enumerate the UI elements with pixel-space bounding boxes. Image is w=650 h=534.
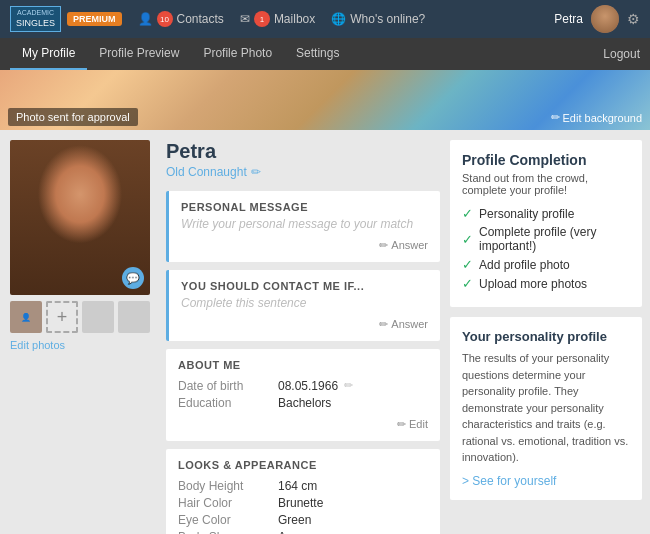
- contacts-label: Contacts: [177, 12, 224, 26]
- personality-description: The results of your personality question…: [462, 350, 630, 466]
- tab-my-profile[interactable]: My Profile: [10, 38, 87, 70]
- check-icon-1: ✓: [462, 206, 473, 221]
- brand-line2: SINGLES: [16, 18, 55, 29]
- check-icon-4: ✓: [462, 276, 473, 291]
- about-me-edit[interactable]: ✏ Edit: [178, 418, 428, 431]
- left-panel: 💬 👤 + Edit photos: [0, 130, 160, 534]
- completion-item-4: ✓ Upload more photos: [462, 276, 630, 291]
- nav-item-whos-online[interactable]: 🌐 Who's online?: [331, 12, 425, 26]
- hair-color-row: Hair Color Brunette: [178, 496, 428, 510]
- person-icon: 👤: [138, 12, 153, 26]
- about-me-card: ABOUT ME Date of birth 08.05.1966 ✏ Educ…: [166, 349, 440, 441]
- whos-online-label: Who's online?: [350, 12, 425, 26]
- completion-item-2: ✓ Complete profile (very important!): [462, 225, 630, 253]
- nav-item-mailbox[interactable]: ✉ 1 Mailbox: [240, 11, 315, 27]
- brand-logo: ACADEMIC SINGLES: [10, 6, 61, 31]
- body-shape-label: Body Shape: [178, 530, 278, 534]
- education-label: Education: [178, 396, 278, 410]
- profile-photo-main: 💬: [10, 140, 150, 295]
- nav-item-contacts[interactable]: 👤 10 Contacts: [138, 11, 224, 27]
- body-shape-value: Average: [278, 530, 322, 534]
- eye-color-row: Eye Color Green: [178, 513, 428, 527]
- eye-color-value: Green: [278, 513, 311, 527]
- mailbox-label: Mailbox: [274, 12, 315, 26]
- top-navigation: ACADEMIC SINGLES PREMIUM 👤 10 Contacts ✉…: [0, 0, 650, 38]
- nav-right: Petra ⚙: [554, 5, 640, 33]
- brand-line1: ACADEMIC: [16, 9, 55, 17]
- sub-nav-items: My Profile Profile Preview Profile Photo…: [10, 38, 603, 70]
- personality-card: Your personality profile The results of …: [450, 317, 642, 500]
- completion-item-label-2: Complete profile (very important!): [479, 225, 630, 253]
- photo-thumbnails: 👤 +: [10, 301, 150, 333]
- mail-icon: ✉: [240, 12, 250, 26]
- tab-settings[interactable]: Settings: [284, 38, 351, 70]
- contact-me-answer[interactable]: ✏ Answer: [181, 318, 428, 331]
- globe-icon: 🌐: [331, 12, 346, 26]
- pencil-icon-pm: ✏: [379, 239, 388, 252]
- add-photo-button[interactable]: +: [46, 301, 78, 333]
- pencil-icon-cm: ✏: [379, 318, 388, 331]
- education-row: Education Bachelors: [178, 396, 428, 410]
- hero-banner: Photo sent for approval ✏ Edit backgroun…: [0, 70, 650, 130]
- about-me-title: ABOUT ME: [178, 359, 428, 371]
- center-panel: Petra Old Connaught ✏ PERSONAL MESSAGE W…: [160, 130, 450, 534]
- thumbnail-1[interactable]: 👤: [10, 301, 42, 333]
- completion-item-label-4: Upload more photos: [479, 277, 587, 291]
- looks-card: LOOKS & APPEARANCE Body Height 164 cm Ha…: [166, 449, 440, 534]
- sub-navigation: My Profile Profile Preview Profile Photo…: [0, 38, 650, 70]
- see-yourself-link[interactable]: > See for yourself: [462, 474, 630, 488]
- edit-background-button[interactable]: ✏ Edit background: [551, 111, 643, 124]
- body-height-row: Body Height 164 cm: [178, 479, 428, 493]
- pencil-icon-about: ✏: [397, 418, 406, 431]
- contact-me-placeholder: Complete this sentence: [181, 296, 428, 310]
- completion-item-3: ✓ Add profile photo: [462, 257, 630, 272]
- personal-message-card: PERSONAL MESSAGE Write your personal mes…: [166, 191, 440, 262]
- dob-value: 08.05.1966: [278, 379, 338, 393]
- eye-color-label: Eye Color: [178, 513, 278, 527]
- tab-profile-photo[interactable]: Profile Photo: [191, 38, 284, 70]
- contacts-badge: 10: [157, 11, 173, 27]
- contact-me-card: YOU SHOULD CONTACT ME IF... Complete thi…: [166, 270, 440, 341]
- mailbox-badge: 1: [254, 11, 270, 27]
- completion-item-label-1: Personality profile: [479, 207, 574, 221]
- right-panel: Profile Completion Stand out from the cr…: [450, 130, 650, 534]
- education-value: Bachelors: [278, 396, 331, 410]
- dob-edit-icon[interactable]: ✏: [344, 379, 353, 393]
- main-content: 💬 👤 + Edit photos Petra Old Connaught ✏ …: [0, 130, 650, 534]
- personal-message-answer[interactable]: ✏ Answer: [181, 239, 428, 252]
- edit-location-icon[interactable]: ✏: [251, 165, 261, 179]
- logo-area: ACADEMIC SINGLES PREMIUM: [10, 6, 122, 31]
- body-height-label: Body Height: [178, 479, 278, 493]
- completion-item-label-3: Add profile photo: [479, 258, 570, 272]
- profile-completion-card: Profile Completion Stand out from the cr…: [450, 140, 642, 307]
- body-shape-row: Body Shape Average: [178, 530, 428, 534]
- check-icon-2: ✓: [462, 232, 473, 247]
- personal-message-title: PERSONAL MESSAGE: [181, 201, 428, 213]
- personal-message-placeholder: Write your personal message to your matc…: [181, 217, 428, 231]
- logout-button[interactable]: Logout: [603, 47, 640, 61]
- hair-color-value: Brunette: [278, 496, 323, 510]
- completion-item-1: ✓ Personality profile: [462, 206, 630, 221]
- premium-badge: PREMIUM: [67, 12, 122, 26]
- personality-title: Your personality profile: [462, 329, 630, 344]
- user-name-label: Petra: [554, 12, 583, 26]
- dob-row: Date of birth 08.05.1966 ✏: [178, 379, 428, 393]
- contact-me-title: YOU SHOULD CONTACT ME IF...: [181, 280, 428, 292]
- looks-title: LOOKS & APPEARANCE: [178, 459, 428, 471]
- nav-items: 👤 10 Contacts ✉ 1 Mailbox 🌐 Who's online…: [138, 11, 555, 27]
- edit-photos-link[interactable]: Edit photos: [10, 339, 150, 351]
- dob-label: Date of birth: [178, 379, 278, 393]
- chat-icon[interactable]: 💬: [122, 267, 144, 289]
- avatar[interactable]: [591, 5, 619, 33]
- profile-location[interactable]: Old Connaught ✏: [166, 165, 440, 179]
- thumbnail-empty-2: [118, 301, 150, 333]
- photo-approval-badge: Photo sent for approval: [8, 108, 138, 126]
- avatar-image: [591, 5, 619, 33]
- thumbnail-empty-1: [82, 301, 114, 333]
- hair-color-label: Hair Color: [178, 496, 278, 510]
- completion-subtitle: Stand out from the crowd, complete your …: [462, 172, 630, 196]
- location-text: Old Connaught: [166, 165, 247, 179]
- gear-icon[interactable]: ⚙: [627, 11, 640, 27]
- body-height-value: 164 cm: [278, 479, 317, 493]
- tab-profile-preview[interactable]: Profile Preview: [87, 38, 191, 70]
